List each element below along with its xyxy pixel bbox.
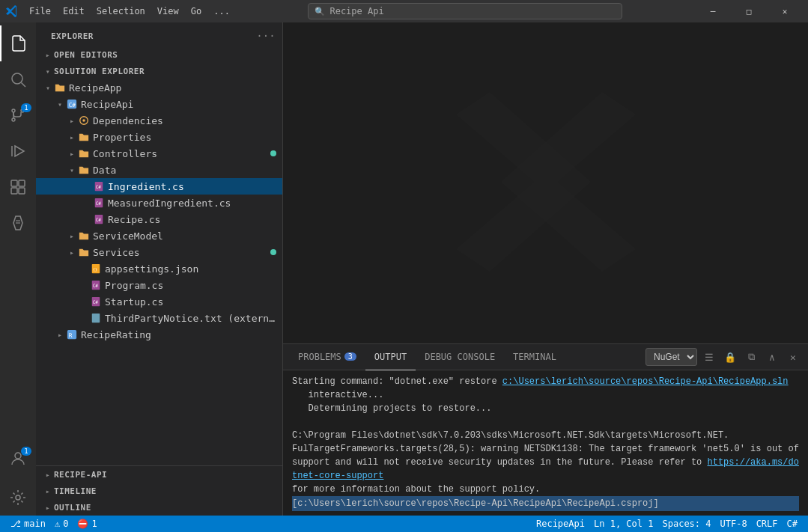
solution-explorer-section[interactable]: Solution Explorer [36,63,282,79]
tree-appsettings[interactable]: {} appsettings.json [36,260,282,277]
tree-startup[interactable]: C# Startup.cs [36,293,282,310]
close-button[interactable]: ✕ [768,0,802,22]
tree-ingredient[interactable]: C# Ingredient.cs [36,178,282,195]
status-project[interactable]: RecipeApi [532,516,589,532]
tree-data-folder[interactable]: Data [36,162,282,178]
output-line-8: for more information about the support p… [292,483,799,496]
output-label: OUTPUT [374,352,407,362]
close-solution-button[interactable]: ⊡ [261,80,276,95]
maximize-button[interactable]: □ [732,0,766,22]
open-editors-section[interactable]: Open Editors [36,46,282,63]
output-dropdown[interactable]: NuGet Git Build [646,348,697,366]
status-bar: ⎇ main ⚠ 0 ⛔ 1 RecipeApi Ln 1, Col 1 Spa… [0,516,808,532]
close-panel-button[interactable]: ✕ [784,348,802,366]
controllers-chevron [66,147,78,159]
activity-run[interactable] [0,133,36,169]
more-options-button[interactable]: ··· [258,28,273,43]
svg-text:C#: C# [69,102,76,108]
status-warnings[interactable]: ⚠ 0 [50,516,73,532]
svg-text:{}: {} [93,267,97,272]
outline-section[interactable]: OUTLINE [36,499,282,516]
svg-marker-6 [15,146,24,156]
services-label: Services [93,247,140,258]
tree-measured-ingredient[interactable]: C# MeasuredIngredient.cs [36,195,282,211]
editor-content[interactable] [283,22,808,343]
tree-recipe-app[interactable]: RecipeApp + ⊡ [36,79,282,96]
tree-service-model[interactable]: ServiceModel [36,227,282,244]
tree-dependencies[interactable]: Dependencies [36,112,282,129]
search-box[interactable]: 🔍 Recipe Api [308,3,622,19]
recipe-app-chevron [42,82,54,94]
dependencies-label: Dependencies [93,115,163,126]
output-line-5: C:\Program Files\dotnet\sdk\7.0.203\sdks… [292,429,799,442]
properties-folder-icon [78,131,90,143]
copy-output-button[interactable]: ⧉ [742,348,760,366]
service-model-label: ServiceModel [93,230,163,242]
clear-output-button[interactable]: ☰ [700,348,718,366]
tree-controllers[interactable]: Controllers [36,145,282,162]
svg-line-1 [22,83,26,88]
svg-rect-8 [19,180,25,186]
menu-edit[interactable]: Edit [58,4,90,19]
tree-recipe-api[interactable]: C# RecipeApi [36,96,282,112]
source-control-badge: 1 [21,103,31,112]
search-icon [9,70,27,88]
titlebar: File Edit Selection View Go ... 🔍 Recipe… [0,0,808,22]
lock-scroll-button[interactable]: 🔒 [721,348,739,366]
status-errors[interactable]: ⛔ 1 [73,516,101,532]
tree-program[interactable]: C# Program.cs [36,277,282,293]
minimize-button[interactable]: ─ [696,0,730,22]
restore-path-link[interactable]: c:\Users\lerich\source\repos\Recipe-Api\… [502,376,789,387]
activity-search[interactable] [0,61,36,97]
error-icon: ⛔ [77,519,88,529]
menu-view[interactable]: View [152,4,184,19]
services-badge [270,249,276,255]
svg-point-13 [15,453,21,459]
activity-source-control[interactable]: 1 [0,97,36,133]
activity-settings[interactable] [0,480,36,516]
status-position[interactable]: Ln 1, Col 1 [589,516,657,532]
maximize-panel-button[interactable]: ∧ [763,348,781,366]
svg-rect-10 [19,188,25,194]
program-cs-icon: C# [90,279,102,291]
timeline-section[interactable]: TIMELINE [36,483,282,499]
third-party-label: ThirdPartyNotice.txt (external file link… [105,313,276,324]
recipe-api-section[interactable]: RECIPE-API [36,466,282,483]
activity-explorer[interactable] [0,25,36,61]
output-line-6: FulTargetFrameworks.targets(28,5): warni… [292,442,799,456]
tab-output[interactable]: OUTPUT [365,344,416,370]
titlebar-search: 🔍 Recipe Api [235,3,696,19]
error-count: 1 [91,519,97,529]
tree-third-party[interactable]: ThirdPartyNotice.txt (external file link… [36,310,282,326]
add-project-button[interactable]: + [243,80,258,95]
tree-recipe-rating[interactable]: R RecipeRating [36,326,282,343]
status-language[interactable]: C# [783,516,802,532]
menu-file[interactable]: File [24,4,56,19]
tree-properties[interactable]: Properties [36,129,282,145]
tab-problems[interactable]: PROBLEMS 3 [289,344,365,370]
status-branch[interactable]: ⎇ main [6,516,50,532]
tree-recipe[interactable]: C# Recipe.cs [36,211,282,227]
startup-label: Startup.cs [105,296,163,308]
properties-label: Properties [93,132,151,143]
menu-selection[interactable]: Selection [91,4,151,19]
project-name: RecipeApi [536,519,585,529]
activity-account[interactable]: 1 [0,441,36,477]
menu-more[interactable]: ... [208,4,235,19]
status-spaces[interactable]: Spaces: 4 [657,516,715,532]
tab-debug-console[interactable]: DEBUG CONSOLE [416,344,504,370]
activity-extensions[interactable] [0,169,36,205]
outline-chevron [42,501,54,513]
tree-services[interactable]: Services [36,244,282,260]
status-encoding[interactable]: UTF-8 [716,516,752,532]
support-link[interactable]: https://aka.ms/dotnet-core-support [292,457,799,481]
tab-terminal[interactable]: TERMINAL [504,344,565,370]
activity-test[interactable] [0,205,36,241]
svg-text:C#: C# [93,283,99,288]
output-line-2: interactive... [292,388,799,402]
extensions-icon [9,178,27,196]
status-eol[interactable]: CRLF [752,516,783,532]
panel-tabs: PROBLEMS 3 OUTPUT DEBUG CONSOLE TERMINAL… [283,344,808,370]
menu-go[interactable]: Go [186,4,207,19]
output-line-3: Determining projects to restore... [292,402,799,415]
